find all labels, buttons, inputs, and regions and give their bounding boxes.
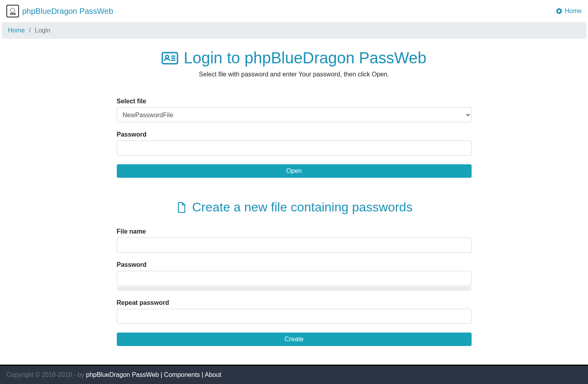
footer: Copyright © 2016-2018 - by phpBlueDragon… [0,365,588,384]
breadcrumb-separator: / [27,27,33,34]
page-subtitle: Select file with password and enter Your… [117,71,472,78]
id-card-icon [162,50,178,67]
breadcrumb-home[interactable]: Home [8,27,25,34]
brand-icon [6,5,19,17]
filename-input[interactable] [117,238,472,253]
gears-icon [556,8,562,14]
select-file-label: Select file [117,98,472,105]
main-container: Login to phpBlueDragon PassWeb Select fi… [117,39,472,365]
brand-link[interactable]: phpBlueDragon PassWeb [6,5,113,17]
page-title: Login to phpBlueDragon PassWeb [117,49,472,67]
login-form: Select file NewPasswordFile Password Ope… [117,98,472,178]
breadcrumb: Home / Login [2,22,586,39]
filename-label: File name [117,228,472,235]
nav-home-text: Home [565,8,582,15]
footer-copyright: Copyright © 2016-2018 - by [6,371,86,378]
page-title-text: Login to phpBlueDragon PassWeb [184,49,426,67]
svg-point-1 [166,55,169,58]
footer-components-link[interactable]: Components [164,371,200,378]
create-button[interactable]: Create [117,333,472,346]
brand-text: phpBlueDragon PassWeb [22,7,113,16]
repeat-password-label: Repeat password [117,299,472,306]
login-password-label: Password [117,131,472,138]
select-file-dropdown[interactable]: NewPasswordFile [117,107,472,122]
file-icon [175,202,187,213]
footer-sep1: | [159,371,164,378]
create-form: File name Password Repeat password Creat… [117,228,472,346]
create-section-title: Create a new file containing passwords [117,200,472,215]
footer-about-link[interactable]: About [205,371,221,378]
breadcrumb-current: Login [35,27,50,34]
repeat-password-input[interactable] [117,309,472,324]
create-password-label: Password [117,261,472,268]
footer-sep2: | [200,371,205,378]
login-password-input[interactable] [117,141,472,156]
create-section-title-text: Create a new file containing passwords [192,200,413,215]
navbar: phpBlueDragon PassWeb Home [0,0,588,22]
create-password-input[interactable] [117,271,472,286]
nav-home-link[interactable]: Home [556,8,582,15]
password-strength-bar [117,287,472,291]
open-button[interactable]: Open [117,164,472,178]
footer-brand: phpBlueDragon PassWeb [86,371,159,378]
